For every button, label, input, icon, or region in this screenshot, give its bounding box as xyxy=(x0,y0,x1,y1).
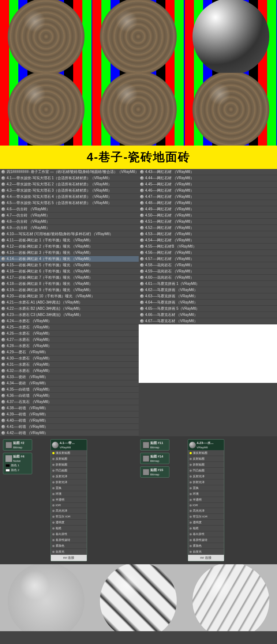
material-list-item[interactable]: 4.1----带水波纹-写实大理石 1（合适所有石材材质）（VRayMtl） xyxy=(0,175,139,181)
color-1-row[interactable]: 颜色 1 xyxy=(5,463,30,467)
material-list-item[interactable]: 4.15----岩板-网红款 5（干粒半抛）哑光 （VRayMtl） xyxy=(0,262,139,268)
bitmap-node[interactable]: 贴图 #11Bitmap xyxy=(140,439,169,451)
material-node-2[interactable]: 4.23----水...VRayMtl 漫反射贴图反射贴图折射贴图凹凸贴图反射光… xyxy=(188,439,224,561)
material-list-item[interactable]: 4.5----带水波纹-写实大理石 5（合适所有石材材质）（VRayMtl） xyxy=(0,200,139,206)
material-slot[interactable]: 各异性旋转 xyxy=(51,537,87,543)
material-list-item[interactable]: 4.57----网红石材 （VRayMtl） xyxy=(139,256,277,262)
material-list-item[interactable]: 4.56----网红石材 （VRayMtl） xyxy=(139,250,277,256)
material-slot[interactable]: 置换 xyxy=(51,485,87,491)
color-2-row[interactable]: 颜色 2 xyxy=(5,468,30,472)
material-slot[interactable]: 置换 xyxy=(188,485,224,491)
material-list-item[interactable]: 4.46----网红石材 （VRayMtl） xyxy=(139,188,277,194)
material-node-footer[interactable]: mr 连接 xyxy=(188,555,224,561)
material-list-item[interactable]: 4.66----马赛克石材 （VRayMtl） xyxy=(139,312,277,318)
material-list-item[interactable]: 4.64----马赛克拼画 （VRayMtl） xyxy=(139,300,277,306)
material-list-item[interactable]: 4.58----花岗岩石 （VRayMtl） xyxy=(139,262,277,268)
material-slot[interactable]: 反射贴图 xyxy=(188,456,224,462)
material-slot[interactable]: 漫反射贴图 xyxy=(188,450,224,456)
material-list-item[interactable]: 4.36----白砖墙 （VRayMtl） xyxy=(0,393,139,399)
material-list-item[interactable]: 4.37----石英石 （VRayMtl） xyxy=(0,399,139,405)
material-list-item[interactable]: 4.59----花岗岩石 （VRayMtl） xyxy=(139,268,277,275)
material-list-item[interactable]: 4.49----网红石材 （VRayMtl） xyxy=(139,206,277,212)
node-graph-area[interactable]: 贴图 #2Bitmap贴图 #4Noise颜色 1颜色 2 4.1----带..… xyxy=(0,436,277,564)
material-slot[interactable]: 折射光泽 xyxy=(51,479,87,485)
node-graph-1[interactable]: 贴图 #2Bitmap贴图 #4Noise颜色 1颜色 2 4.1----带..… xyxy=(3,439,137,561)
material-list-item[interactable]: 4.52----网红石材 （VRayMtl） xyxy=(139,225,277,231)
material-slot[interactable]: 自发光 xyxy=(188,549,224,555)
material-list-item[interactable]: 四1########- 巷子工作室 —（砖/石材/瓷砖/隐身砖/地面砖/整合适）… xyxy=(0,169,139,175)
material-list-item[interactable]: 4.42----砖墙 （VRayMtl） xyxy=(0,430,139,436)
material-list-item[interactable]: 4.18----岩板-网红款 8（干粒半抛）哑光 （VRayMtl） xyxy=(0,281,139,287)
material-list-item[interactable]: 4.7----仿古砖 （VRayMtl） xyxy=(0,212,139,219)
material-list-item[interactable]: 4.41----砖墙 （VRayMtl） xyxy=(0,424,139,430)
material-list-item[interactable]: 4.38----砖墙 （VRayMtl） xyxy=(0,405,139,411)
node-graph-2[interactable]: 贴图 #11Bitmap贴图 #14Bitmap贴图 #15Bitmap 4.2… xyxy=(140,439,274,561)
material-list-item[interactable]: 4.32----水磨石 （VRayMtl） xyxy=(0,368,139,374)
material-slot[interactable]: 反射光泽 xyxy=(51,474,87,479)
material-list-item[interactable]: 4.35----白砖墙 （VRayMtl） xyxy=(0,387,139,393)
material-node-header[interactable]: 4.23----水...VRayMtl xyxy=(188,440,224,450)
material-node-footer[interactable]: mr 连接 xyxy=(51,555,87,561)
material-list-item[interactable]: 4.22----水磨石 B2 (ABC-3种调法) （VRayMtl） xyxy=(0,306,139,312)
material-slot[interactable]: 反射贴图 xyxy=(51,456,87,462)
material-list-item[interactable]: 4.29----磨石 （VRayMtl） xyxy=(0,349,139,355)
bitmap-node[interactable]: 贴图 #15Bitmap xyxy=(140,466,169,478)
material-list-item[interactable]: 4.34----瓷砖 （VRayMtl） xyxy=(0,380,139,387)
material-slot[interactable]: 各异性旋转 xyxy=(188,537,224,543)
material-list-item[interactable]: 4.39----砖墙 （VRayMtl） xyxy=(0,411,139,418)
material-list-item[interactable]: 4.4----带水波纹-写实大理石 4（合适所有石材材质）（VRayMtl） xyxy=(0,194,139,200)
material-slot[interactable]: 菲涅尔 IOR xyxy=(188,514,224,520)
material-slot[interactable]: 透明度 xyxy=(188,520,224,526)
material-slot[interactable]: 凹凸贴图 xyxy=(188,468,224,474)
material-slot[interactable]: 高光光泽 xyxy=(188,508,224,514)
material-list-item[interactable]: 4.45----网红石材 （VRayMtl） xyxy=(139,181,277,188)
material-slot[interactable]: 凹凸贴图 xyxy=(51,468,87,474)
material-list-item[interactable]: 4.62----马赛克拼画 （VRayMtl） xyxy=(139,287,277,293)
material-slot[interactable]: 各向异性 xyxy=(188,531,224,537)
material-slot[interactable]: 粗糙 xyxy=(51,526,87,531)
material-list-item[interactable]: 4.8----仿古砖 （VRayMtl） xyxy=(0,219,139,225)
material-slot[interactable]: IOR xyxy=(51,503,87,508)
material-list-item[interactable]: 4.21----水磨石 A1 (ABC-3种调法) （VRayMtl） xyxy=(0,300,139,306)
material-list-item[interactable]: 4.14----岩板-网红款 4（干粒半抛）哑光 （VRayMtl） xyxy=(0,256,139,262)
material-list-item[interactable]: 4.60----花岗岩石 （VRayMtl） xyxy=(139,275,277,281)
material-list-item[interactable]: 4.48----网红石材 （VRayMtl） xyxy=(139,200,277,206)
material-slot[interactable]: 菲涅尔 IOR xyxy=(51,514,87,520)
material-list-item[interactable]: 4.28----水磨石 （VRayMtl） xyxy=(0,343,139,349)
material-slot[interactable]: 透明度 xyxy=(51,520,87,526)
material-list-item[interactable]: 4.55----网红石材B （VRayMtl） xyxy=(139,244,277,250)
material-slot[interactable]: 各向异性 xyxy=(51,531,87,537)
material-list-item[interactable]: 4.12----岩板-网红款 2（干粒半抛）哑光 （VRayMtl） xyxy=(0,244,139,250)
material-slot[interactable]: 半透明 xyxy=(188,497,224,503)
material-slot[interactable]: 高光光泽 xyxy=(51,508,87,514)
material-slot[interactable]: IOR xyxy=(188,503,224,508)
material-list-item[interactable]: 4.3----带水波纹-写实大理石 3（合适所有石材材质）（VRayMtl） xyxy=(0,188,139,194)
material-list-item[interactable]: 4.13----岩板-网红款 3（干粒半抛）哑光 （VRayMtl） xyxy=(0,250,139,256)
material-list-item[interactable]: 4.53----网红石材 （VRayMtl） xyxy=(139,231,277,237)
material-list-item[interactable]: 4.27----水磨石 （VRayMtl） xyxy=(0,337,139,343)
material-node-1[interactable]: 4.1----带...VRayMtl 漫反射贴图反射贴图折射贴图凹凸贴图反射光泽… xyxy=(50,439,87,561)
material-list-item[interactable]: 4.11----岩板-网红款 1（干粒半抛）哑光 （VRayMtl） xyxy=(0,237,139,244)
material-slot[interactable]: 自发光 xyxy=(51,549,87,555)
material-list-item[interactable]: 4.17----岩板-网红款 7（干粒半抛）哑光 （VRayMtl） xyxy=(0,275,139,281)
noise-node[interactable]: 贴图 #4Noise颜色 1颜色 2 xyxy=(3,453,32,474)
material-list-item[interactable]: 4.33----瓷砖 （VRayMtl） xyxy=(0,374,139,380)
material-list-item[interactable]: 4.24----水磨石 （VRayMtl） xyxy=(0,318,139,324)
material-list-item[interactable]: 4.47----网红石材 （VRayMtl） xyxy=(139,194,277,200)
material-slot[interactable]: 环境 xyxy=(51,491,87,497)
material-slot[interactable]: 折射贴图 xyxy=(51,462,87,468)
material-list-item[interactable]: 4.51----网红石材 （VRayMtl） xyxy=(139,219,277,225)
material-slot[interactable]: 折射贴图 xyxy=(188,462,224,468)
bitmap-node[interactable]: 贴图 #2Bitmap xyxy=(3,439,32,451)
material-slot[interactable]: 反射光泽 xyxy=(188,474,224,479)
material-list-item[interactable]: 4.2----带水波纹-写实大理石 2（合适所有石材材质）（VRayMtl） xyxy=(0,181,139,188)
material-list-item[interactable]: 4.43----网红石材 （VRayMtl） xyxy=(139,169,277,175)
material-list-item[interactable]: 4.50----网红石材 （VRayMtl） xyxy=(139,212,277,219)
material-list-item[interactable]: 4.61----马赛克拼画 1（VRayMtl） xyxy=(139,281,277,287)
material-list-item[interactable]: 4.30----水磨石 （VRayMtl） xyxy=(0,355,139,362)
material-list-item[interactable]: 4.65----马赛克拼画 5（VRayMtl） xyxy=(139,306,277,312)
material-list-item[interactable]: 4.23----水磨石 C3 (ABC-3种调法) （VRayMtl） xyxy=(0,312,139,318)
material-slot[interactable]: 雾颜色 xyxy=(188,543,224,549)
material-list-item[interactable]: 4.19----岩板-网红款 9（干粒半抛）哑光 （VRayMtl） xyxy=(0,287,139,293)
material-list-item[interactable]: 4.67----马赛克石材 （VRayMtl） xyxy=(139,318,277,324)
